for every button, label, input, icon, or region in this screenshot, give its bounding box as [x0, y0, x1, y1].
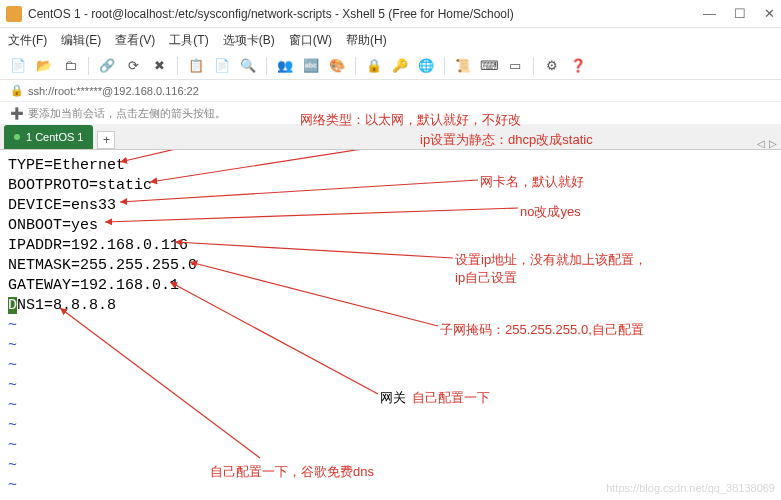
separator	[533, 57, 534, 75]
menu-edit[interactable]: 编辑(E)	[61, 32, 101, 49]
tab-label: 1 CentOS 1	[26, 131, 83, 143]
window-titlebar: CentOS 1 - root@localhost:/etc/sysconfig…	[0, 0, 781, 28]
annot-netmask: 子网掩码：255.255.255.0,自己配置	[440, 320, 644, 340]
cfg-line-dns: DNS1=8.8.8.8	[8, 296, 773, 316]
separator	[444, 57, 445, 75]
disconnect-icon[interactable]: ✖	[149, 56, 169, 76]
annot-ipaddr-2: ip自己设置	[455, 268, 517, 288]
tilde-line: ~	[8, 356, 773, 376]
minimize-button[interactable]: —	[703, 6, 716, 21]
annot-onboot: no改成yes	[520, 202, 581, 222]
ssh-address-bar[interactable]: 🔒 ssh://root:******@192.168.0.116:22	[0, 80, 781, 102]
font-icon[interactable]: 🔤	[301, 56, 321, 76]
toolbar: 📄 📂 🗀 🔗 ⟳ ✖ 📋 📄 🔍 👥 🔤 🎨 🔒 🔑 🌐 📜 ⌨ ▭ ⚙ ❓	[0, 52, 781, 80]
tilde-line: ~	[8, 456, 773, 476]
add-session-icon[interactable]: ➕	[10, 107, 24, 120]
terminal-icon[interactable]: ⌨	[479, 56, 499, 76]
help-icon[interactable]: ❓	[568, 56, 588, 76]
add-tab-button[interactable]: +	[97, 131, 115, 149]
tilde-line: ~	[8, 316, 773, 336]
menu-tabs[interactable]: 选项卡(B)	[223, 32, 275, 49]
window-controls: — ☐ ✕	[703, 6, 775, 21]
maximize-button[interactable]: ☐	[734, 6, 746, 21]
tilde-line: ~	[8, 416, 773, 436]
cfg-line-bootproto: BOOTPROTO=static	[8, 176, 773, 196]
link-icon[interactable]: 🔗	[97, 56, 117, 76]
watermark: https://blog.csdn.net/qq_38138069	[606, 482, 775, 494]
script-icon[interactable]: 📜	[453, 56, 473, 76]
annot-gateway-label: 网关	[380, 388, 406, 408]
search-icon[interactable]: 🔍	[238, 56, 258, 76]
annot-network-type: 网络类型：以太网，默认就好，不好改	[300, 110, 521, 130]
cfg-line-netmask: NETMASK=255.255.255.0	[8, 256, 773, 276]
annot-nic-name: 网卡名，默认就好	[480, 172, 584, 192]
folder-icon[interactable]: 🗀	[60, 56, 80, 76]
window-title: CentOS 1 - root@localhost:/etc/sysconfig…	[28, 7, 703, 21]
copy-icon[interactable]: 📋	[186, 56, 206, 76]
reconnect-icon[interactable]: ⟳	[123, 56, 143, 76]
cfg-line-ipaddr: IPADDR=192.168.0.116	[8, 236, 773, 256]
menu-window[interactable]: 窗口(W)	[289, 32, 332, 49]
tilde-line: ~	[8, 336, 773, 356]
cfg-line-device: DEVICE=ens33	[8, 196, 773, 216]
tab-nav: ◁ ▷	[757, 138, 777, 149]
key-icon[interactable]: 🔑	[390, 56, 410, 76]
users-icon[interactable]: 👥	[275, 56, 295, 76]
tab-prev-icon[interactable]: ◁	[757, 138, 765, 149]
cfg-line-gateway: GATEWAY=192.168.0.1	[8, 276, 773, 296]
annot-dns: 自己配置一下，谷歌免费dns	[210, 462, 374, 482]
app-icon	[6, 6, 22, 22]
window-icon[interactable]: ▭	[505, 56, 525, 76]
ssh-address-text: ssh://root:******@192.168.0.116:22	[28, 85, 199, 97]
new-icon[interactable]: 📄	[8, 56, 28, 76]
open-icon[interactable]: 📂	[34, 56, 54, 76]
menu-bar: 文件(F) 编辑(E) 查看(V) 工具(T) 选项卡(B) 窗口(W) 帮助(…	[0, 28, 781, 52]
tab-centos1[interactable]: 1 CentOS 1	[4, 125, 93, 149]
lock-icon: 🔒	[10, 84, 24, 97]
terminal-area[interactable]: TYPE=Ethernet BOOTPROTO=static DEVICE=en…	[0, 150, 781, 500]
cursor-highlight: D	[8, 297, 17, 314]
close-button[interactable]: ✕	[764, 6, 775, 21]
status-dot-icon	[14, 134, 20, 140]
menu-file[interactable]: 文件(F)	[8, 32, 47, 49]
separator	[355, 57, 356, 75]
cfg-line-onboot: ONBOOT=yes	[8, 216, 773, 236]
paste-icon[interactable]: 📄	[212, 56, 232, 76]
globe-icon[interactable]: 🌐	[416, 56, 436, 76]
hint-text: 要添加当前会话，点击左侧的箭头按钮。	[28, 106, 226, 121]
menu-help[interactable]: 帮助(H)	[346, 32, 387, 49]
lock-icon[interactable]: 🔒	[364, 56, 384, 76]
menu-view[interactable]: 查看(V)	[115, 32, 155, 49]
annot-static-ip: ip设置为静态：dhcp改成static	[420, 130, 593, 150]
color-icon[interactable]: 🎨	[327, 56, 347, 76]
cfg-line-type: TYPE=Ethernet	[8, 156, 773, 176]
gear-icon[interactable]: ⚙	[542, 56, 562, 76]
tilde-line: ~	[8, 436, 773, 456]
separator	[177, 57, 178, 75]
separator	[88, 57, 89, 75]
annot-gateway-text: 自己配置一下	[412, 388, 490, 408]
separator	[266, 57, 267, 75]
annot-ipaddr-1: 设置ip地址，没有就加上该配置，	[455, 250, 647, 270]
menu-tools[interactable]: 工具(T)	[169, 32, 208, 49]
tab-next-icon[interactable]: ▷	[769, 138, 777, 149]
